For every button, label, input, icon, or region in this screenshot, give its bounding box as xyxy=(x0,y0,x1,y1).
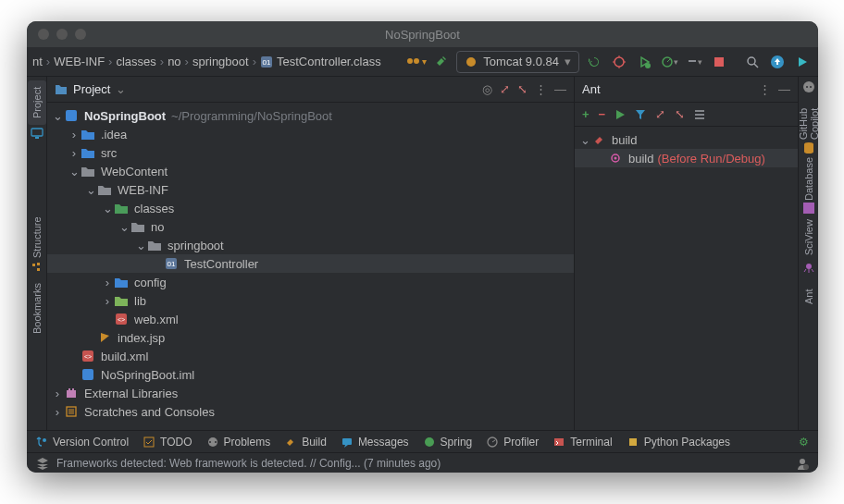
breadcrumb-item[interactable]: classes xyxy=(116,55,155,68)
expand-icon[interactable]: ⤢ xyxy=(500,82,510,96)
svg-text:<>: <> xyxy=(118,316,125,323)
svg-point-34 xyxy=(806,264,812,269)
expand-all-icon[interactable]: ⤢ xyxy=(655,107,665,121)
layers-icon[interactable] xyxy=(36,457,49,470)
profile-icon[interactable]: ▾ xyxy=(659,52,679,72)
breadcrumb-item[interactable]: TestController.class xyxy=(277,55,381,68)
bottom-toolbar: Version Control TODO Problems Build Mess… xyxy=(27,430,818,452)
project-panel-header: Project ⌄ ◎ ⤢ ⤡ ⋮ — xyxy=(47,77,574,103)
collapse-all-icon[interactable]: ⤡ xyxy=(675,107,685,121)
tree-item-testcontroller[interactable]: 01TestController xyxy=(47,254,574,273)
monitor-icon[interactable] xyxy=(31,127,43,140)
build-tool[interactable]: Build xyxy=(285,436,327,449)
sciview-icon[interactable] xyxy=(803,203,814,214)
rerun-icon[interactable] xyxy=(584,52,604,72)
hide-icon[interactable]: — xyxy=(778,82,790,96)
tree-item-scratch[interactable]: ›Scratches and Consoles xyxy=(47,402,574,421)
sciview-tab[interactable]: SciView xyxy=(800,215,818,260)
target-icon[interactable]: ◎ xyxy=(482,82,492,96)
tree-item-extlib[interactable]: ›External Libraries xyxy=(47,384,574,402)
profiler-tool[interactable]: Profiler xyxy=(487,436,539,449)
max-dot[interactable] xyxy=(75,29,86,40)
svg-rect-22 xyxy=(82,369,93,380)
bug-icon[interactable] xyxy=(609,52,629,72)
close-dot[interactable] xyxy=(38,29,49,40)
filter-icon[interactable] xyxy=(635,109,646,120)
ant-icon[interactable] xyxy=(803,262,814,273)
problems-tool[interactable]: Problems xyxy=(207,436,271,449)
svg-point-31 xyxy=(810,86,812,88)
svg-rect-13 xyxy=(37,263,40,265)
tree-item-iml[interactable]: NoSpringBoot.iml xyxy=(47,365,574,384)
tree-item-indexjsp[interactable]: index.jsp xyxy=(47,328,574,347)
breadcrumb-item[interactable]: WEB-INF xyxy=(54,55,105,68)
window-title: NoSpringBoot xyxy=(27,28,818,42)
run-anything-icon[interactable] xyxy=(792,52,813,72)
tree-root[interactable]: ⌄ NoSpringBoot ~/Programming/NoSpringBoo… xyxy=(47,106,574,125)
project-tree[interactable]: ⌄ NoSpringBoot ~/Programming/NoSpringBoo… xyxy=(47,103,574,430)
collapse-icon[interactable]: ⤡ xyxy=(517,82,528,96)
add-icon[interactable]: + xyxy=(582,107,590,121)
sync-icon[interactable] xyxy=(767,52,788,72)
folder-icon xyxy=(55,84,68,95)
bookmarks-tab[interactable]: Bookmarks xyxy=(28,286,46,330)
tree-item-webinf[interactable]: ⌄WEB-INF xyxy=(47,180,574,199)
vc-tool[interactable]: Version Control xyxy=(36,436,129,449)
more-icon[interactable]: ⋮ xyxy=(759,82,771,96)
breadcrumb[interactable]: nt› WEB-INF› classes› no› springboot› 01… xyxy=(32,55,381,68)
svg-text:01: 01 xyxy=(263,58,271,67)
right-tool-strip: GitHub Copilot Database SciView Ant xyxy=(798,77,818,430)
tree-item-webxml[interactable]: <>web.xml xyxy=(47,310,574,328)
tree-item-buildxml[interactable]: <>build.xml xyxy=(47,347,574,365)
ant-tree[interactable]: ⌄ build build (Before Run/Debug) xyxy=(575,127,798,430)
run-icon[interactable] xyxy=(614,109,626,120)
tree-item-no[interactable]: ⌄no xyxy=(47,217,574,236)
copilot-icon[interactable] xyxy=(802,80,815,93)
search-icon[interactable] xyxy=(742,52,763,72)
ant-tab[interactable]: Ant xyxy=(800,275,818,319)
svg-rect-40 xyxy=(342,438,352,445)
attach-icon[interactable]: ▾ xyxy=(684,52,704,72)
run-coverage-icon[interactable] xyxy=(634,52,654,72)
project-panel: Project ⌄ ◎ ⤢ ⤡ ⋮ — ⌄ NoSpringBoot ~/Pro… xyxy=(47,77,575,430)
more-icon[interactable]: ⋮ xyxy=(535,82,547,96)
python-tool[interactable]: Python Packages xyxy=(627,436,730,449)
svg-rect-10 xyxy=(31,129,43,136)
run-config-selector[interactable]: Tomcat 9.0.84 ▾ xyxy=(456,51,579,73)
svg-rect-11 xyxy=(35,137,39,139)
traffic-lights[interactable] xyxy=(38,29,86,40)
breadcrumb-item[interactable]: nt xyxy=(32,55,43,68)
stop-icon[interactable] xyxy=(709,52,729,72)
structure-tab[interactable]: Structure xyxy=(28,215,46,260)
status-message: Frameworks detected: Web framework is de… xyxy=(56,457,441,470)
messages-tool[interactable]: Messages xyxy=(341,436,409,449)
tree-item-lib[interactable]: ›lib xyxy=(47,291,574,310)
code-with-me-icon[interactable]: ▾ xyxy=(406,52,427,72)
tree-item-classes[interactable]: ⌄classes xyxy=(47,199,574,217)
tree-item-webcontent[interactable]: ⌄WebContent xyxy=(47,162,574,180)
tree-item-src[interactable]: ›src xyxy=(47,143,574,162)
terminal-tool[interactable]: Terminal xyxy=(553,436,612,449)
chevron-down-icon[interactable]: ⌄ xyxy=(116,82,126,96)
breadcrumb-item[interactable]: springboot xyxy=(192,55,249,68)
hide-icon[interactable]: — xyxy=(554,82,566,96)
breadcrumb-item[interactable]: no xyxy=(168,55,180,68)
project-tab[interactable]: Project xyxy=(28,80,46,125)
tree-item-springboot[interactable]: ⌄springboot xyxy=(47,236,574,254)
ant-target[interactable]: build (Before Run/Debug) xyxy=(575,149,798,167)
hammer-icon[interactable] xyxy=(431,52,452,72)
admin-icon[interactable] xyxy=(796,457,809,470)
min-dot[interactable] xyxy=(56,29,68,40)
svg-rect-14 xyxy=(37,268,40,271)
database-tab[interactable]: Database xyxy=(800,156,818,201)
database-icon[interactable] xyxy=(803,141,814,154)
spring-tool[interactable]: Spring xyxy=(424,436,473,449)
tree-item-config[interactable]: ›config xyxy=(47,273,574,291)
github-copilot-tab[interactable]: GitHub Copilot xyxy=(800,95,818,140)
remove-icon[interactable]: − xyxy=(599,107,606,121)
tree-item-idea[interactable]: ›.idea xyxy=(47,125,574,143)
ant-root[interactable]: ⌄ build xyxy=(575,130,798,149)
todo-tool[interactable]: TODO xyxy=(143,436,192,449)
list-icon[interactable] xyxy=(694,109,705,120)
gear-icon[interactable]: ⚙ xyxy=(799,436,809,449)
